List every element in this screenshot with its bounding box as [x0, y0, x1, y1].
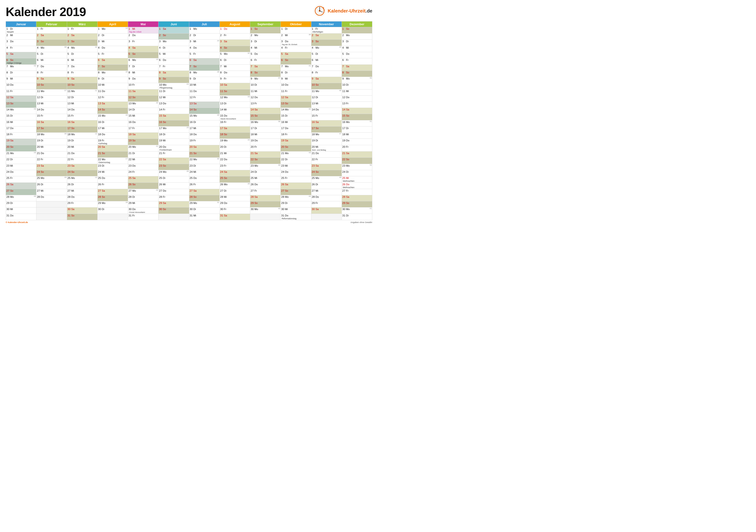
dez-4: 4Mi [342, 46, 372, 52]
okt-5: 5Sa [281, 52, 311, 58]
mai-12: 12So [128, 96, 158, 102]
th-november: November [311, 21, 342, 27]
okt-18: 18Fr [281, 133, 311, 139]
jan-31: 31Do [6, 214, 36, 220]
dez-14: 14Sa [342, 108, 372, 114]
okt-29: 29Di [281, 201, 311, 208]
mar-9: 9Sa [67, 77, 97, 83]
jun-14: 14Fr [158, 108, 189, 114]
th-juli: Juli [189, 21, 220, 27]
aug-25: 25So [220, 176, 250, 183]
dez-22: 22So [342, 158, 372, 164]
jan-22: 22Di [6, 158, 36, 164]
table-row: 26Sa 26Di 26Di 26Fr 26So 26Mi 26Fr 26Mo3… [6, 183, 372, 189]
sep-15: 15So [250, 114, 281, 120]
okt-28: 28Mo44 [281, 195, 311, 201]
apr-2: 2Di [97, 34, 128, 40]
aug-11: 11So [220, 89, 250, 96]
feb-15: 15Fr [36, 114, 67, 120]
jul-15: 15Mo29 [189, 114, 220, 120]
feb-5: 5Di [36, 52, 67, 58]
jun-20: 20DoFronleichnam [158, 145, 189, 152]
dez-30: 30Mo01 [342, 208, 372, 214]
mar-22: 22Fr [67, 158, 97, 164]
aug-3: 3Sa [220, 40, 250, 46]
apr-1: 1Mo14 [97, 27, 128, 34]
mar-30: 30Sa [67, 208, 97, 214]
apr-31 [97, 214, 128, 220]
sep-6: 6Fr [250, 58, 281, 65]
feb-23: 23Sa [36, 164, 67, 170]
jun-29: 29Sa [158, 201, 189, 208]
dez-20: 20Fr [342, 145, 372, 152]
jul-17: 17Mi [189, 127, 220, 133]
mar-31: 31So [67, 214, 97, 220]
okt-12: 12Sa [281, 96, 311, 102]
mar-27: 27Mi [67, 189, 97, 195]
th-januar: Januar [6, 21, 36, 27]
jan-10: 10Do [6, 83, 36, 89]
mai-26: 26So [128, 183, 158, 189]
jan-20: 20So [6, 145, 36, 152]
apr-14: 14So [97, 108, 128, 114]
table-row: 31Do 31So 31Fr 31Mi 31Sa 31DoReformation… [6, 214, 372, 220]
nov-17: 17So [311, 127, 342, 133]
jan-23: 23Mi [6, 164, 36, 170]
jul-20: 20Sa [189, 145, 220, 152]
logo[interactable]: Kalender-Uhrzeit.de [313, 5, 372, 17]
okt-11: 11Fr [281, 89, 311, 96]
aug-17: 17Sa [220, 127, 250, 133]
feb-28: 28Do [36, 195, 67, 201]
nov-31 [311, 214, 342, 220]
apr-9: 9Di [97, 77, 128, 83]
sep-1: 1So [250, 27, 281, 34]
aug-4: 4So [220, 46, 250, 52]
okt-25: 25Fr [281, 176, 311, 183]
mai-20: 20Mo21 [128, 145, 158, 152]
jun-23: 23So [158, 164, 189, 170]
jul-12: 12Fr [189, 96, 220, 102]
jul-30: 30Di [189, 208, 220, 214]
jul-3: 3Mi23 [189, 40, 220, 46]
feb-24: 24So [36, 170, 67, 176]
jan-12: 12Sa [6, 96, 36, 102]
dez-24: 24Di [342, 170, 372, 176]
feb-7: 7Do [36, 65, 67, 71]
jun-10: 10MoPfingstmontag24 [158, 83, 189, 89]
aug-16: 16Fr [220, 120, 250, 127]
aug-13: 13Di [220, 102, 250, 108]
apr-20: 20Sa [97, 145, 128, 152]
table-row: 7Mo02 7Do 7Do 7So 7Di 7Fr 7So 7Mi 7Sa 7M… [6, 65, 372, 71]
jul-4: 4Do [189, 46, 220, 52]
okt-3: 3DoTag der Dt. Einheit [281, 40, 311, 46]
svg-point-7 [323, 12, 324, 13]
dez-17: 17Di [342, 127, 372, 133]
jun-11: 11Di [158, 89, 189, 96]
th-dezember: Dezember [342, 21, 372, 27]
jun-12: 12Mi [158, 96, 189, 102]
okt-9: 9Mi [281, 77, 311, 83]
th-april: April [97, 21, 128, 27]
okt-13: 13So [281, 102, 311, 108]
svg-point-6 [324, 10, 325, 11]
jan-3: 3Do [6, 40, 36, 46]
aug-6: 6Di [220, 58, 250, 65]
sep-21: 21Sa [250, 152, 281, 158]
mai-1: 1MiTag der Arbeit [128, 27, 158, 34]
table-row: 25Fr 25Mo09 25Mo13 25Do 25Sa 25Di 25Do 2… [6, 176, 372, 183]
feb-19: 19Di [36, 139, 67, 145]
jun-19: 19Mi [158, 139, 189, 145]
jun-6: 6Do [158, 58, 189, 65]
aug-31: 31Sa [220, 214, 250, 220]
sep-16: 16Mo38 [250, 120, 281, 127]
feb-10: 10So [36, 83, 67, 89]
dez-26: 26DoWeihnachten [342, 183, 372, 189]
dez-18: 18Mi [342, 133, 372, 139]
mar-20: 20Mi [67, 145, 97, 152]
footer-disclaimer: Angaben ohne Gewähr [350, 221, 372, 223]
mai-22: 22Mi [128, 158, 158, 164]
okt-14: 14Mo42 [281, 108, 311, 114]
apr-25: 25Do [97, 176, 128, 183]
table-row: 5Sa 5Di 5Di 5Fr 5So 5Mi 5Fr 5Mo32 5Do 5S… [6, 52, 372, 58]
jun-7: 7Fr [158, 65, 189, 71]
